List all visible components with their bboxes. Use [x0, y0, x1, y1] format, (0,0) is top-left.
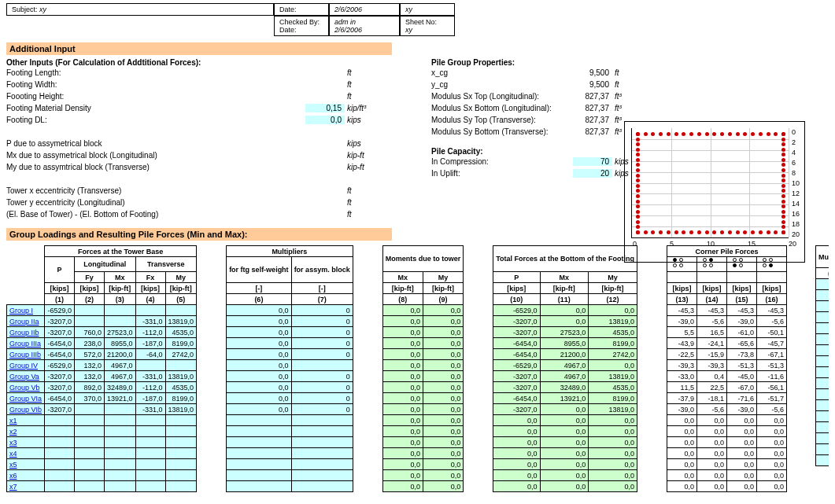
th-multipliers: Multipliers	[227, 246, 353, 257]
sheet-value: xy	[405, 26, 449, 34]
pile-group-header: Pile Group Properties:	[431, 58, 652, 67]
checked-value: adm in	[334, 18, 394, 26]
pile-layout-chart: 02468101214161820 05101520	[624, 121, 805, 263]
side-table: Multiplier Max Pile C Force Max Pile T F…	[815, 245, 829, 466]
other-inputs-header: Other Inputs (For Calculation of Addtiti…	[6, 58, 384, 67]
date-label: Date:	[274, 3, 329, 16]
date-value: 2/6/2006	[329, 3, 400, 16]
pile-capacity-header: Pile Capacity:	[431, 147, 652, 156]
date2-value: 2/6/2006	[334, 26, 394, 34]
xy2: xy	[400, 3, 455, 16]
subject-label: Subject:	[12, 6, 38, 13]
subject-value: xy	[39, 6, 46, 13]
section-group-loadings: Group Loadings and Resulting Pile Forces…	[6, 228, 392, 241]
th-moments: Moments due to tower	[382, 246, 464, 272]
th-forces-tower: Forces at the Tower Base	[45, 246, 197, 257]
section-additional-input: Additional Input	[6, 42, 392, 55]
main-table: Forces at the Tower Base Multipliers Mom…	[6, 245, 787, 492]
sheet-label: Sheet No:	[405, 18, 449, 26]
th-total-forces: Total Forces at the Bottom of the Footin…	[493, 246, 637, 272]
checked-label: Checked By:	[279, 18, 323, 26]
date2-label: Date:	[279, 26, 323, 34]
